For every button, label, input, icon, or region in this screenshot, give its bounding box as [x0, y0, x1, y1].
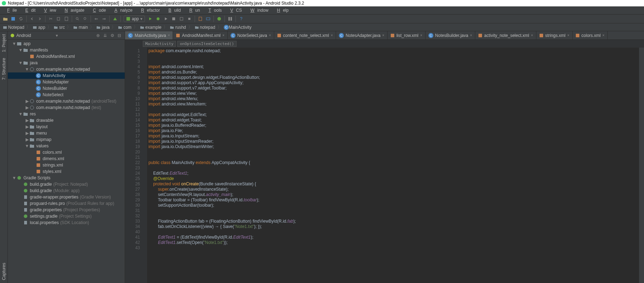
breadcrumb-notepad[interactable]: Notepad: [1, 25, 26, 30]
menu-help[interactable]: Help: [271, 7, 292, 13]
tree-item-settings-gradle[interactable]: settings.gradle(Project Settings): [8, 213, 125, 219]
breadcrumb-app[interactable]: app: [31, 25, 47, 30]
menu-refactor[interactable]: Refactor: [135, 7, 163, 13]
close-tab-icon[interactable]: ×: [531, 33, 533, 37]
tree-item-gradle-wrapper-properties[interactable]: gradle-wrapper.properties(Gradle Version…: [8, 194, 125, 200]
tree-item-com-example-rushd-notepad[interactable]: ▶com.example.rushd.notepad(androidTest): [8, 98, 125, 104]
project-view-selector[interactable]: Android ▾: [10, 33, 94, 38]
run-button[interactable]: [146, 15, 154, 23]
tree-item-notesbuilder[interactable]: CNotesBuilder: [8, 85, 125, 92]
tree-item-dimens-xml[interactable]: dimens.xml: [8, 156, 125, 162]
help-button[interactable]: ?: [237, 15, 245, 23]
vertical-scrollbar[interactable]: [639, 48, 644, 283]
back-button[interactable]: ⇐: [92, 15, 100, 23]
editor-tab-list-row-xml[interactable]: list_row.xml×: [388, 31, 426, 39]
tree-item-notesadapter[interactable]: CNotesAdapter: [8, 79, 125, 85]
crumb-class[interactable]: MainActivity: [143, 41, 176, 47]
menu-view[interactable]: View: [38, 7, 59, 13]
breadcrumb-rushd[interactable]: rushd: [168, 25, 187, 30]
tree-item-gradle-scripts[interactable]: ▼Gradle Scripts: [8, 175, 125, 181]
tree-item-com-example-rushd-notepad[interactable]: ▶com.example.rushd.notepad(test): [8, 104, 125, 111]
tree-item-build-gradle[interactable]: build.gradle(Module: app): [8, 187, 125, 194]
menu-code[interactable]: Code: [87, 7, 109, 13]
menu-run[interactable]: Run: [184, 7, 203, 13]
run-with-coverage-button[interactable]: [162, 15, 170, 23]
tree-item-mipmap[interactable]: ▶mipmap: [8, 136, 125, 143]
tree-item-noteselect[interactable]: CNoteSelect: [8, 92, 125, 98]
breadcrumb-com[interactable]: com: [117, 25, 133, 30]
project-structure-button[interactable]: [226, 15, 234, 23]
breadcrumb-java[interactable]: java: [95, 25, 111, 30]
tree-item-layout[interactable]: ▶layout: [8, 124, 125, 130]
find-button[interactable]: [74, 15, 81, 23]
tree-item-res[interactable]: ▼res: [8, 111, 125, 117]
cut-button[interactable]: ✂: [47, 15, 55, 23]
menu-edit[interactable]: Edit: [20, 7, 38, 13]
close-tab-icon[interactable]: ×: [222, 33, 224, 37]
menu-navigate[interactable]: Navigate: [59, 7, 87, 13]
close-tab-icon[interactable]: ×: [331, 33, 333, 37]
scroll-from-source-button[interactable]: ⊕: [95, 32, 101, 39]
copy-button[interactable]: [55, 15, 63, 23]
breadcrumb-main[interactable]: main: [72, 25, 89, 30]
run-config-selector[interactable]: app ▾: [124, 16, 145, 22]
tree-item-colors-xml[interactable]: colors.xml: [8, 149, 125, 156]
close-tab-icon[interactable]: ×: [382, 33, 384, 37]
sdk-manager-button[interactable]: [204, 15, 212, 23]
editor-tab-androidmanifest-xml[interactable]: AndroidManifest.xml×: [173, 31, 228, 39]
editor-tab-noteselect-java[interactable]: CNoteSelect.java×: [228, 31, 274, 39]
tree-item-drawable[interactable]: ▶drawable: [8, 117, 125, 124]
tree-item-com-example-rushd-notepad[interactable]: ▼com.example.rushd.notepad: [8, 66, 125, 72]
debug-button[interactable]: [154, 15, 162, 23]
tree-item-local-properties[interactable]: local.properties(SDK Location): [8, 219, 125, 226]
menu-build[interactable]: Build: [163, 7, 184, 13]
attach-debugger-button[interactable]: [178, 15, 185, 23]
tree-item-manifests[interactable]: ▼manifests: [8, 47, 125, 53]
open-button[interactable]: [1, 15, 9, 23]
tree-item-app[interactable]: ▼app: [8, 40, 125, 47]
tree-item-proguard-rules-pro[interactable]: proguard-rules.pro(ProGuard Rules for ap…: [8, 200, 125, 207]
editor-tab-notesbuilder-java[interactable]: CNotesBuilder.java×: [426, 31, 475, 39]
tree-item-build-gradle[interactable]: build.gradle(Project: Notepad): [8, 181, 125, 187]
tree-item-styles-xml[interactable]: styles.xml: [8, 168, 125, 175]
paste-button[interactable]: [63, 15, 70, 23]
project-tool-tab[interactable]: 1: Project: [1, 31, 7, 55]
replace-button[interactable]: [81, 15, 89, 23]
hide-button[interactable]: ⊟: [116, 32, 123, 39]
project-tree[interactable]: ▼app▼manifestsAndroidManifest.xml▼java▼c…: [8, 40, 125, 283]
stop-button[interactable]: [185, 15, 193, 23]
editor-tab-activity-note-select-xml[interactable]: activity_note_select.xml×: [475, 31, 536, 39]
sync-gradle-button[interactable]: [215, 15, 223, 23]
save-all-button[interactable]: [9, 15, 17, 23]
menu-file[interactable]: File: [1, 7, 20, 13]
editor-tab-mainactivity-java[interactable]: CMainActivity.java×: [125, 31, 173, 39]
close-tab-icon[interactable]: ×: [168, 33, 170, 37]
tree-item-java[interactable]: ▼java: [8, 60, 125, 66]
close-tab-icon[interactable]: ×: [567, 33, 569, 37]
close-tab-icon[interactable]: ×: [420, 33, 422, 37]
editor-tab-colors-xml[interactable]: colors.xml×: [573, 31, 608, 39]
undo-button[interactable]: [28, 15, 36, 23]
tree-item-androidmanifest-xml[interactable]: AndroidManifest.xml: [8, 53, 125, 60]
tree-item-values[interactable]: ▼values: [8, 143, 125, 149]
sync-button[interactable]: [17, 15, 25, 23]
menu-vcs[interactable]: VCS: [224, 7, 245, 13]
code-content[interactable]: package com.example.rushd.notepad; impor…: [147, 48, 639, 283]
menu-tools[interactable]: Tools: [203, 7, 224, 13]
tree-item-menu[interactable]: ▶menu: [8, 130, 125, 136]
forward-button[interactable]: ⇒: [100, 15, 108, 23]
captures-tool-tab[interactable]: Captures: [1, 260, 7, 283]
breadcrumb-example[interactable]: example: [139, 25, 163, 30]
editor-tab-content-note-select-xml[interactable]: content_note_select.xml×: [274, 31, 336, 39]
close-tab-icon[interactable]: ×: [470, 33, 472, 37]
code-editor[interactable]: 1234567891011121314151617181920212223242…: [125, 48, 644, 283]
menu-window[interactable]: Window: [245, 7, 271, 13]
redo-button[interactable]: [36, 15, 44, 23]
profile-button[interactable]: [170, 15, 178, 23]
close-tab-icon[interactable]: ×: [269, 33, 271, 37]
editor-tab-strings-xml[interactable]: strings.xml×: [536, 31, 573, 39]
editor-tab-notesadapter-java[interactable]: CNotesAdapter.java×: [336, 31, 388, 39]
breadcrumb-src[interactable]: src: [52, 25, 66, 30]
tree-item-strings-xml[interactable]: strings.xml: [8, 162, 125, 168]
collapse-all-button[interactable]: ⇊: [102, 32, 108, 39]
